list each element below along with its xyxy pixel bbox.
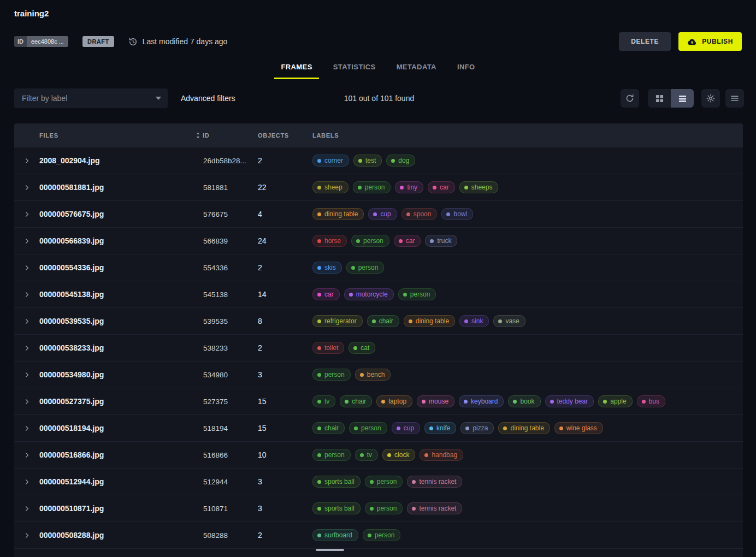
label-color-dot	[503, 426, 507, 430]
refresh-button[interactable]	[621, 89, 639, 108]
labels-list: skisperson	[312, 262, 743, 274]
file-name[interactable]: 000000554336.jpg	[39, 263, 203, 272]
frame-id: 538233	[203, 344, 258, 352]
tab-frames[interactable]: FRAMES	[274, 57, 318, 79]
file-name[interactable]: 000000539535.jpg	[39, 317, 203, 325]
tab-info[interactable]: INFO	[451, 57, 482, 79]
expand-chevron-icon[interactable]	[23, 291, 31, 299]
label-chip: surfboard	[312, 529, 358, 541]
table-row[interactable]: 2008_002904.jpg 26db58b28... 2 cornertes…	[14, 147, 743, 174]
label-color-dot	[397, 426, 400, 430]
file-name[interactable]: 000000527375.jpg	[39, 397, 203, 406]
label-chip: test	[353, 155, 382, 167]
label-chip: cup	[392, 422, 420, 434]
labels-list: chairpersoncupknifepizzadining tablewine…	[312, 422, 743, 434]
file-name[interactable]: 000000508288.jpg	[39, 531, 203, 540]
label-color-dot	[387, 453, 391, 457]
label-chip-text: vase	[505, 317, 519, 325]
label-color-dot	[433, 186, 436, 189]
expand-chevron-icon[interactable]	[23, 398, 31, 406]
expand-chevron-icon[interactable]	[23, 344, 31, 352]
menu-button[interactable]	[725, 89, 744, 108]
label-color-dot	[317, 346, 321, 350]
file-name[interactable]: 000000510871.jpg	[39, 504, 203, 513]
table-row[interactable]: 000000518194.jpg 518194 15 chairpersoncu…	[14, 415, 743, 442]
delete-button[interactable]: DELETE	[619, 32, 671, 51]
expand-chevron-icon[interactable]	[23, 531, 31, 540]
table-row[interactable]: 000000516866.jpg 516866 10 persontvclock…	[14, 442, 743, 469]
label-color-dot	[317, 400, 321, 404]
file-name[interactable]: 000000566839.jpg	[39, 236, 203, 245]
objects-count: 10	[258, 451, 312, 459]
label-color-dot	[424, 453, 428, 457]
sort-icon[interactable]	[196, 132, 200, 139]
advanced-filters-link[interactable]: Advanced filters	[174, 90, 242, 107]
table-row[interactable]: 000000534980.jpg 534980 3 personbench	[14, 362, 743, 388]
expand-chevron-icon[interactable]	[23, 210, 31, 218]
horizontal-scrollbar-thumb[interactable]	[316, 549, 344, 551]
file-name[interactable]: 000000576675.jpg	[39, 210, 203, 218]
file-name[interactable]: 000000534980.jpg	[39, 370, 203, 379]
label-color-dot	[403, 293, 407, 297]
expand-chevron-icon[interactable]	[23, 478, 31, 486]
expand-chevron-icon[interactable]	[23, 237, 31, 245]
label-color-dot	[412, 480, 416, 484]
file-name[interactable]: 000000545138.jpg	[39, 290, 203, 299]
table-row[interactable]: 000000539535.jpg 539535 8 refrigeratorch…	[14, 308, 743, 335]
objects-count: 2	[258, 343, 312, 352]
label-chip: clock	[382, 449, 415, 461]
label-chip: toilet	[312, 342, 344, 354]
file-name[interactable]: 000000516866.jpg	[39, 451, 203, 459]
table-row[interactable]: 000000545138.jpg 545138 14 carmotorcycle…	[14, 281, 743, 308]
list-view-button[interactable]	[671, 89, 694, 108]
objects-count: 3	[258, 370, 312, 379]
label-chip-text: dog	[398, 157, 409, 164]
tab-metadata[interactable]: METADATA	[390, 57, 443, 79]
label-chip-text: sports ball	[324, 478, 355, 485]
table-row[interactable]: 000000566839.jpg 566839 24 horsepersonca…	[14, 228, 743, 254]
table-row[interactable]: 000000512944.jpg 512944 3 sports ballper…	[14, 469, 743, 495]
file-name[interactable]: 000000512944.jpg	[39, 477, 203, 486]
expand-chevron-icon[interactable]	[23, 317, 31, 325]
expand-chevron-icon[interactable]	[23, 424, 31, 432]
settings-button[interactable]	[701, 89, 720, 108]
label-chip: person	[349, 422, 387, 434]
label-chip: person	[351, 235, 389, 247]
objects-count: 8	[258, 317, 312, 325]
menu-icon	[730, 94, 739, 103]
label-chip-text: motorcycle	[356, 291, 388, 298]
objects-count: 15	[258, 424, 312, 432]
column-header-id[interactable]: ID	[203, 132, 258, 139]
expand-chevron-icon[interactable]	[23, 371, 31, 379]
label-filter-select[interactable]: Filter by label	[14, 88, 168, 108]
tab-statistics[interactable]: STATISTICS	[327, 57, 382, 79]
file-name[interactable]: 2008_002904.jpg	[39, 156, 203, 165]
file-name[interactable]: 000000538233.jpg	[39, 343, 203, 352]
table-row[interactable]: 000000581881.jpg 581881 22 sheeppersonti…	[14, 174, 743, 201]
table-row[interactable]: 000000576675.jpg 576675 4 dining tablecu…	[14, 201, 743, 228]
expand-chevron-icon[interactable]	[23, 157, 31, 165]
label-chip-text: person	[410, 291, 430, 298]
expand-chevron-icon[interactable]	[23, 264, 31, 272]
table-row[interactable]: 000000508288.jpg 508288 2 surfboardperso…	[14, 522, 743, 549]
expand-chevron-icon[interactable]	[23, 183, 31, 192]
table-row[interactable]: 000000538233.jpg 538233 2 toiletcat	[14, 335, 743, 362]
publish-button[interactable]: PUBLISH	[678, 32, 742, 51]
label-color-dot	[358, 186, 362, 189]
table-row[interactable]: 000000554336.jpg 554336 2 skisperson	[14, 254, 743, 281]
header: training2 ID eec4808c ... DRAFT Last mod…	[0, 0, 756, 79]
label-chip-text: test	[365, 157, 376, 164]
expand-chevron-icon[interactable]	[23, 451, 31, 459]
table-row[interactable]: 000000510871.jpg 510871 3 sports ballper…	[14, 495, 743, 522]
last-modified-text: Last modified 7 days ago	[143, 37, 228, 46]
label-chip: person	[312, 369, 351, 381]
expand-chevron-icon[interactable]	[23, 505, 31, 513]
file-name[interactable]: 000000518194.jpg	[39, 424, 203, 432]
label-chip-text: pizza	[472, 424, 488, 432]
label-chip-text: person	[375, 531, 395, 539]
file-name[interactable]: 000000581881.jpg	[39, 183, 203, 192]
table-row[interactable]: 000000527375.jpg 527375 15 tvchairlaptop…	[14, 388, 743, 415]
grid-view-button[interactable]	[648, 89, 671, 108]
grid-view-icon	[655, 94, 664, 103]
column-header-labels: LABELS	[312, 132, 743, 139]
